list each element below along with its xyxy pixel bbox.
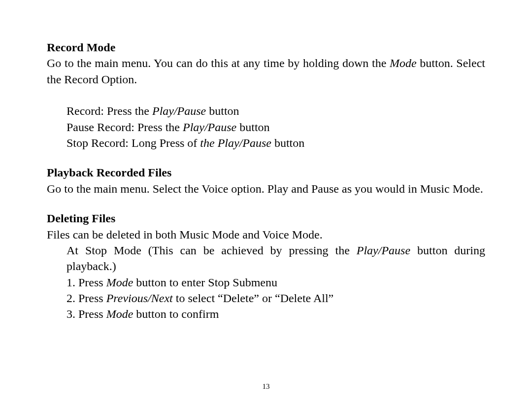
- line-record: Record: Press the Play/Pause button: [66, 103, 485, 119]
- line-stop-record: Stop Record: Long Press of the Play/Paus…: [66, 135, 485, 151]
- step-3: 3. Press Mode button to confirm: [66, 306, 485, 322]
- page-number: 13: [0, 381, 532, 391]
- heading-playback: Playback Recorded Files: [47, 165, 485, 180]
- step-2: 2. Press Previous/Next to select “Delete…: [66, 290, 485, 306]
- heading-record-mode: Record Mode: [47, 39, 485, 55]
- paragraph-deleting-intro: Files can be deleted in both Music Mode …: [47, 227, 485, 242]
- spacer: [47, 87, 485, 103]
- text-fragment: button to confirm: [133, 308, 219, 320]
- line-pause-record: Pause Record: Press the Play/Pause butto…: [66, 119, 485, 135]
- text-fragment: Go to the main menu. You can do this at …: [47, 57, 390, 69]
- text-emphasis-playpause: Play/Pause: [357, 244, 410, 257]
- text-emphasis-mode: Mode: [106, 308, 133, 320]
- text-fragment: button to enter Stop Submenu: [133, 276, 277, 289]
- line-stop-mode: At Stop Mode (This can be achieved by pr…: [66, 242, 485, 274]
- paragraph-playback: Go to the main menu. Select the Voice op…: [47, 181, 485, 197]
- text-fragment: Record: Press the: [66, 104, 152, 117]
- text-fragment: 3. Press: [66, 308, 106, 320]
- text-fragment: button: [271, 137, 304, 149]
- text-emphasis-mode: Mode: [106, 276, 133, 289]
- spacer: [47, 197, 485, 210]
- text-fragment: to select “Delete” or “Delete All”: [173, 292, 334, 305]
- text-fragment: button: [236, 121, 269, 134]
- text-fragment: Stop Record: Long Press of: [66, 137, 200, 149]
- heading-deleting: Deleting Files: [47, 210, 485, 226]
- text-fragment: 1. Press: [66, 276, 106, 289]
- text-emphasis-playpause: the Play/Pause: [200, 137, 271, 149]
- step-1: 1. Press Mode button to enter Stop Subme…: [66, 274, 485, 290]
- paragraph-record-intro: Go to the main menu. You can do this at …: [47, 55, 485, 87]
- text-emphasis-playpause: Play/Pause: [152, 104, 206, 117]
- record-instructions: Record: Press the Play/Pause button Paus…: [47, 103, 485, 151]
- text-fragment: Pause Record: Press the: [66, 121, 183, 134]
- text-emphasis-previous-next: Previous/Next: [106, 292, 173, 305]
- text-emphasis-playpause: Play/Pause: [183, 121, 236, 134]
- deleting-instructions: At Stop Mode (This can be achieved by pr…: [47, 242, 485, 322]
- text-fragment: button: [206, 104, 239, 117]
- text-fragment: 2. Press: [66, 292, 106, 305]
- spacer: [47, 151, 485, 165]
- text-emphasis-mode: Mode: [390, 57, 417, 69]
- text-fragment: At Stop Mode (This can be achieved by pr…: [66, 244, 357, 257]
